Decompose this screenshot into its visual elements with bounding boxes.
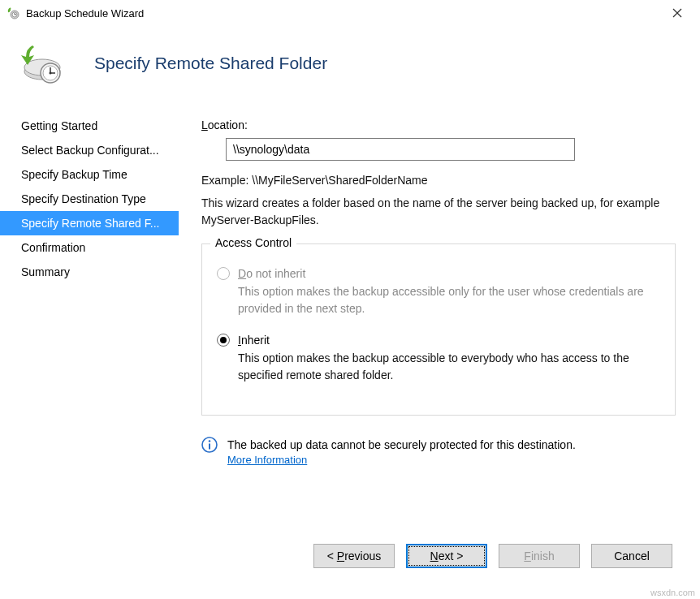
close-button[interactable] (661, 2, 694, 24)
finish-button: Finish (499, 544, 580, 568)
radio-selected-dot-icon (220, 337, 227, 343)
cancel-button[interactable]: Cancel (591, 544, 672, 568)
previous-button[interactable]: < Previous (313, 544, 395, 568)
info-body: The backed up data cannot be securely pr… (227, 437, 576, 466)
watermark: wsxdn.com (650, 588, 695, 597)
step-specify-remote-shared-folder[interactable]: Specify Remote Shared F... (0, 211, 179, 235)
radio-inherit-label: Inherit (238, 334, 270, 347)
radio-inherit[interactable]: Inherit (217, 334, 660, 347)
description-text: This wizard creates a folder based on th… (201, 195, 676, 229)
radio-inherit-desc: This option makes the backup accessible … (238, 350, 660, 384)
access-control-group: Access Control Do not inherit This optio… (201, 243, 676, 416)
wizard-header: Specify Remote Shared Folder (0, 26, 700, 106)
more-information-link[interactable]: More Information (227, 454, 307, 466)
page-title: Specify Remote Shared Folder (94, 54, 327, 73)
step-getting-started[interactable]: Getting Started (0, 114, 179, 138)
wizard-content: Getting Started Select Backup Configurat… (0, 106, 700, 521)
app-icon (6, 6, 19, 19)
example-text: Example: \\MyFileServer\SharedFolderName (201, 174, 676, 187)
titlebar-text: Backup Schedule Wizard (26, 7, 661, 19)
info-row: The backed up data cannot be securely pr… (201, 437, 676, 466)
radio-do-not-inherit-desc: This option makes the backup accessible … (238, 283, 660, 317)
step-select-backup-config[interactable]: Select Backup Configurat... (0, 138, 179, 162)
step-confirmation[interactable]: Confirmation (0, 235, 179, 260)
info-text: The backed up data cannot be securely pr… (227, 437, 576, 454)
radio-icon (217, 334, 230, 347)
wizard-buttons: < Previous Next > Finish Cancel (313, 544, 672, 568)
step-specify-backup-time[interactable]: Specify Backup Time (0, 162, 179, 187)
wizard-header-icon (18, 41, 63, 86)
location-input[interactable] (226, 138, 575, 161)
wizard-main-panel: Location: Example: \\MyFileServer\Shared… (179, 106, 700, 521)
step-summary[interactable]: Summary (0, 260, 179, 284)
access-control-title: Access Control (210, 236, 296, 249)
location-label: Location: (201, 119, 676, 131)
svg-point-12 (50, 72, 52, 75)
step-specify-destination-type[interactable]: Specify Destination Type (0, 187, 179, 211)
info-icon (201, 437, 218, 453)
wizard-steps-list: Getting Started Select Backup Configurat… (0, 106, 179, 521)
close-icon (672, 8, 682, 18)
radio-icon (217, 267, 230, 280)
titlebar: Backup Schedule Wizard (0, 0, 700, 26)
svg-rect-14 (209, 444, 210, 450)
svg-point-15 (209, 440, 211, 442)
radio-do-not-inherit: Do not inherit (217, 267, 660, 280)
next-button[interactable]: Next > (406, 544, 487, 568)
radio-do-not-inherit-label: Do not inherit (238, 267, 305, 280)
